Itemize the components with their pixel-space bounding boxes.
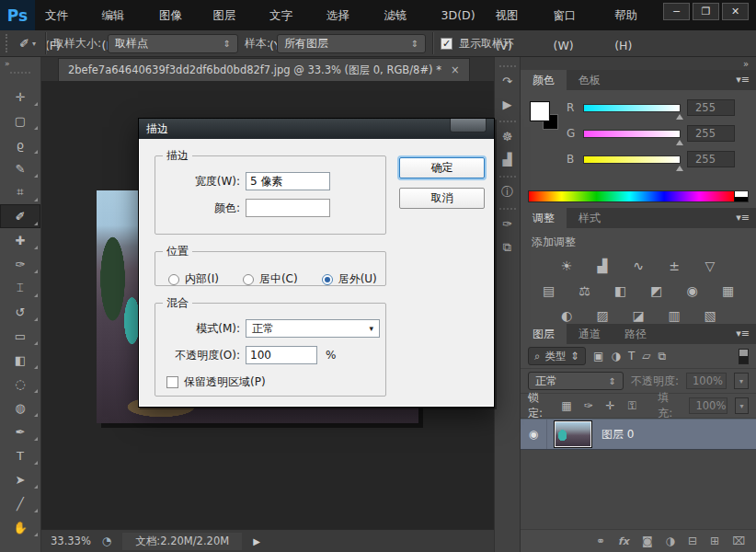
menu-window[interactable]: 窗口(W)	[544, 0, 605, 30]
new-layer-icon[interactable]: ⊞	[710, 535, 719, 547]
clone-source-panel-icon[interactable]: ⧉	[497, 236, 519, 259]
histogram-panel-icon[interactable]: ▟	[497, 148, 519, 171]
sample-select[interactable]: 所有图层 ⇕	[277, 34, 426, 53]
cancel-button[interactable]: 取消	[399, 188, 485, 209]
lasso-tool[interactable]: ϱ	[0, 132, 40, 156]
info-panel-icon[interactable]: ⓘ	[497, 180, 519, 203]
lock-all-icon[interactable]: ⚿	[625, 399, 640, 412]
spectrum-endcaps[interactable]	[734, 191, 748, 201]
hand-tool[interactable]: ✋	[0, 515, 40, 539]
layer-thumbnail[interactable]	[555, 421, 591, 447]
width-input[interactable]	[246, 172, 330, 190]
black-white-icon[interactable]: ◧	[610, 282, 632, 299]
crop-tool[interactable]: ⌗	[0, 180, 40, 204]
brightness-contrast-icon[interactable]: ☀	[556, 257, 578, 274]
document-tab[interactable]: 2befe7a64640639f3dd2df6bd0bd82f7.jpg @ 3…	[58, 58, 470, 81]
minimize-button[interactable]: ─	[663, 3, 690, 20]
radio-center[interactable]: 居中(C)	[243, 271, 298, 287]
exposure-icon[interactable]: ±	[663, 257, 685, 274]
green-value-field[interactable]: 255	[687, 125, 735, 142]
layer-row-selected[interactable]: ◉ 图层 0	[521, 419, 756, 450]
slider-thumb[interactable]	[676, 162, 683, 171]
stroke-color-swatch[interactable]	[246, 199, 330, 217]
preserve-transparency-checkbox[interactable]	[166, 376, 178, 388]
filter-pixel-layers-icon[interactable]: ▣	[593, 350, 603, 362]
filter-shape-layers-icon[interactable]: ▱	[642, 350, 650, 362]
menu-select[interactable]: 选择(S)	[316, 0, 373, 30]
filter-toggle-switch[interactable]	[739, 349, 749, 364]
menu-3d[interactable]: 3D(D)	[431, 0, 486, 30]
vibrance-icon[interactable]: ▽	[699, 257, 721, 274]
blue-slider[interactable]	[583, 155, 681, 164]
color-lookup-icon[interactable]: ▦	[717, 282, 739, 299]
black-endcap[interactable]	[735, 197, 748, 202]
dialog-title-bar[interactable]: 描边	[139, 119, 494, 139]
pen-tool[interactable]: ✒	[0, 420, 40, 443]
green-slider[interactable]	[583, 130, 681, 138]
add-layer-mask-icon[interactable]: ◙	[642, 535, 653, 547]
tab-swatches[interactable]: 色板	[567, 70, 613, 90]
path-selection-tool[interactable]: ➤	[0, 467, 40, 491]
photo-filter-icon[interactable]: ◩	[646, 282, 668, 299]
lock-position-icon[interactable]: ✛	[603, 399, 618, 412]
invert-icon[interactable]: ◐	[556, 306, 578, 324]
options-bar-grip[interactable]	[6, 34, 10, 52]
move-tool[interactable]: ✛	[0, 85, 40, 109]
tools-panel-header[interactable]: »	[0, 57, 40, 85]
blend-mode-dropdown[interactable]: 正常 ▾	[246, 319, 380, 338]
spot-healing-tool[interactable]: ✚	[0, 228, 40, 252]
menu-view[interactable]: 视图(V)	[486, 0, 544, 30]
color-spectrum-ramp[interactable]	[528, 190, 749, 202]
dodge-tool[interactable]: ◍	[0, 396, 40, 420]
layer-visibility-toggle[interactable]: ◉	[521, 420, 547, 449]
eyedropper-tool[interactable]: ✐	[0, 204, 40, 228]
lock-image-pixels-icon[interactable]: ✑	[581, 399, 596, 412]
filter-type-layers-icon[interactable]: T	[628, 350, 635, 362]
spectrum-gradient[interactable]	[529, 191, 734, 201]
brush-panel-icon[interactable]: ✑	[497, 213, 519, 236]
dialog-close-button[interactable]	[450, 119, 487, 132]
tab-styles[interactable]: 样式	[567, 208, 613, 228]
slider-thumb[interactable]	[676, 136, 683, 145]
status-menu-arrow-icon[interactable]: ▶	[253, 536, 260, 546]
history-brush-tool[interactable]: ↺	[0, 300, 40, 324]
layer-name[interactable]: 图层 0	[601, 427, 634, 443]
menu-image[interactable]: 图像(I)	[149, 0, 202, 30]
tab-color[interactable]: 颜色	[521, 70, 567, 90]
channel-mixer-icon[interactable]: ◉	[682, 282, 704, 299]
gradient-map-icon[interactable]: ▥	[663, 306, 685, 324]
link-layers-icon[interactable]: ⚭	[596, 535, 605, 547]
close-button[interactable]: ✕	[722, 3, 749, 20]
posterize-icon[interactable]: ▨	[591, 306, 613, 324]
filter-adjustment-layers-icon[interactable]: ◑	[611, 350, 620, 362]
gradient-tool[interactable]: ◧	[0, 348, 40, 372]
menu-type[interactable]: 文字(Y)	[259, 0, 316, 30]
panel-menu-icon[interactable]: ▾≡	[736, 208, 750, 228]
menu-layer[interactable]: 图层(L)	[202, 0, 259, 30]
tab-layers[interactable]: 图层	[521, 324, 567, 344]
curves-icon[interactable]: ∿	[627, 257, 649, 274]
ok-button[interactable]: 确定	[399, 157, 485, 178]
red-slider[interactable]	[583, 104, 681, 112]
tab-channels[interactable]: 通道	[567, 324, 613, 344]
zoom-level[interactable]: 33.33%	[51, 535, 91, 547]
status-badge-icon[interactable]: ◔	[102, 535, 111, 547]
navigator-panel-icon[interactable]: ☸	[497, 125, 519, 148]
blue-value-field[interactable]: 255	[687, 151, 735, 167]
blur-tool[interactable]: ◌	[0, 372, 40, 396]
filter-smart-objects-icon[interactable]: ⧉	[659, 350, 667, 362]
tab-adjustments[interactable]: 调整	[521, 208, 567, 228]
levels-icon[interactable]: ▟	[591, 257, 613, 274]
tab-paths[interactable]: 路径	[613, 324, 659, 344]
dock-collapse-strip[interactable]: »	[521, 57, 756, 70]
radio-outside[interactable]: 居外(U)	[322, 271, 377, 287]
selective-color-icon[interactable]: ▧	[699, 306, 721, 324]
threshold-icon[interactable]: ◪	[627, 306, 649, 324]
clone-stamp-tool[interactable]: ⌶	[0, 276, 40, 300]
panel-menu-icon[interactable]: ▾≡	[736, 70, 750, 90]
maximize-button[interactable]: ❐	[693, 3, 719, 20]
delete-layer-icon[interactable]: ⌧	[732, 535, 745, 547]
dialog-opacity-input[interactable]	[246, 346, 317, 364]
marquee-tool[interactable]: ▢	[0, 109, 40, 132]
brush-tool[interactable]: ✑	[0, 252, 40, 276]
